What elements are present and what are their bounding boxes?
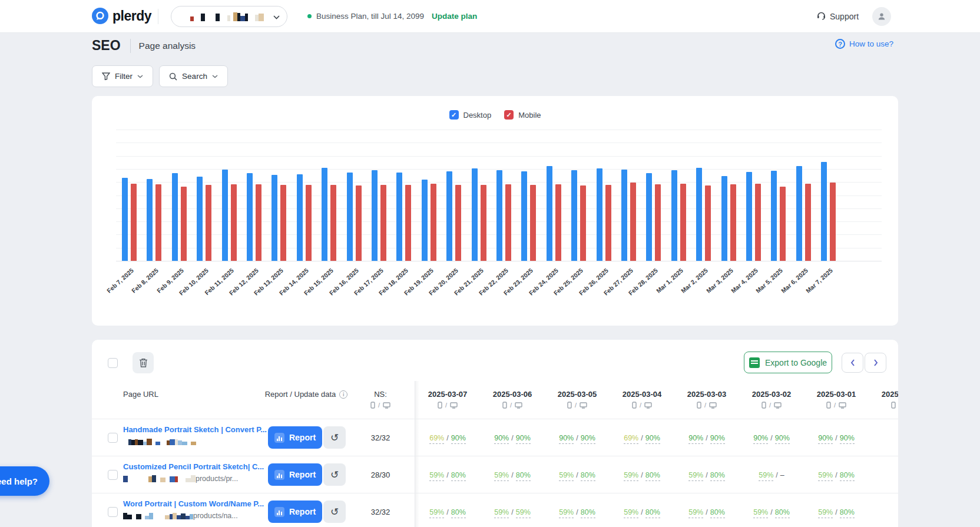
refresh-button[interactable]: ↺ (323, 501, 346, 523)
mobile-score-link[interactable]: 59% (429, 508, 444, 518)
refresh-button[interactable]: ↺ (323, 463, 346, 486)
desktop-score-link[interactable]: 80% (645, 471, 660, 481)
gridline (116, 261, 882, 261)
mobile-score-link[interactable]: 69% (429, 434, 444, 444)
mobile-score-link[interactable]: 90% (494, 434, 509, 444)
help-chat-bubble[interactable]: Need help? (0, 466, 49, 496)
mobile-score-link[interactable]: 90% (688, 434, 703, 444)
date-column-header: 2025-03-01/ (804, 390, 869, 409)
topbar-divider (158, 9, 158, 24)
desktop-score-link[interactable]: 80% (840, 471, 855, 481)
legend-mobile-label: Mobile (518, 111, 541, 120)
date-column-header: 2025-03-07/ (415, 390, 480, 409)
mobile-bar (431, 184, 436, 261)
desktop-score-link[interactable]: 80% (451, 471, 466, 481)
chevron-down-icon (273, 11, 280, 22)
mobile-score-link[interactable]: 90% (753, 434, 768, 444)
desktop-score-link[interactable]: 80% (840, 508, 855, 518)
desktop-score-link[interactable]: 80% (710, 471, 725, 481)
page-title-link[interactable]: Handmade Portrait Sketch | Convert P... (123, 425, 268, 434)
filter-funnel-icon (102, 72, 110, 80)
mobile-score-link[interactable]: 59% (818, 508, 833, 518)
desktop-bar (521, 171, 527, 261)
legend-mobile-checkbox[interactable]: ✓ Mobile (504, 110, 541, 120)
select-all-checkbox[interactable] (108, 358, 118, 368)
support-button[interactable]: Support (816, 11, 859, 22)
mobile-score-link[interactable]: 59% (759, 471, 773, 481)
search-button[interactable]: Search (159, 65, 228, 87)
page-url-redacted (123, 438, 201, 445)
mobile-bar (405, 185, 411, 261)
date-label: 2025-03-02 (739, 390, 804, 399)
delete-button[interactable] (133, 352, 154, 373)
desktop-score-link[interactable]: 90% (840, 434, 855, 444)
mobile-score-link[interactable]: 59% (688, 508, 703, 518)
desktop-bar (746, 172, 752, 261)
mobile-icon (826, 402, 831, 409)
row-checkbox[interactable] (108, 470, 118, 480)
metric-pair: 59%/80% (415, 471, 480, 479)
mobile-icon (632, 402, 637, 409)
pagination-prev-button[interactable] (842, 353, 863, 373)
page-title-link[interactable]: Customized Pencil Portrait Sketch| C... (123, 462, 268, 471)
refresh-button[interactable]: ↺ (323, 426, 346, 449)
report-button[interactable]: Report (268, 501, 322, 523)
mobile-score-link[interactable]: 69% (624, 434, 638, 444)
mobile-score-link[interactable]: 59% (559, 508, 574, 518)
mobile-score-link[interactable]: 59% (624, 508, 638, 518)
legend-desktop-checkbox[interactable]: ✓ Desktop (449, 110, 492, 120)
gridline (116, 130, 882, 130)
desktop-score-link[interactable]: 90% (516, 434, 531, 444)
report-button[interactable]: Report (268, 463, 322, 486)
row-checkbox[interactable] (108, 433, 118, 443)
mobile-score-link[interactable]: 59% (753, 508, 768, 518)
desktop-bar (446, 171, 452, 261)
mobile-score-link[interactable]: 90% (559, 434, 574, 444)
plerdy-logo-icon (92, 8, 108, 24)
mobile-score-link[interactable]: 59% (429, 471, 444, 481)
desktop-score-link[interactable]: 80% (581, 508, 595, 518)
desktop-score-link[interactable]: 80% (710, 508, 725, 518)
desktop-score-link[interactable]: 80% (516, 471, 531, 481)
how-to-use-link[interactable]: ? How to use? (835, 39, 893, 49)
row-checkbox[interactable] (108, 507, 118, 517)
page-title: SEO (92, 38, 121, 54)
mobile-score-link[interactable]: 59% (559, 471, 574, 481)
desktop-score-link[interactable]: 90% (451, 434, 466, 444)
mobile-score-link[interactable]: 90% (818, 434, 833, 444)
filter-button[interactable]: Filter (92, 65, 153, 87)
search-label: Search (182, 72, 207, 81)
desktop-score-link[interactable]: 90% (645, 434, 660, 444)
pagination-next-button[interactable] (865, 353, 886, 373)
desktop-score-link[interactable]: 80% (645, 508, 660, 518)
mobile-score-link[interactable]: 59% (494, 508, 509, 518)
mobile-score-link[interactable]: 59% (494, 471, 509, 481)
table-row: Customized Pencil Portrait Sketch| C...p… (92, 456, 898, 493)
metric-pair: 90%/90% (545, 434, 610, 442)
project-selector-dropdown[interactable] (171, 6, 287, 27)
desktop-bar (796, 166, 802, 261)
mobile-bar (206, 185, 211, 261)
page-title-link[interactable]: Word Portrait | Custom Word/Name P... (123, 499, 268, 508)
desktop-score-link[interactable]: 90% (581, 434, 595, 444)
update-plan-link[interactable]: Update plan (432, 12, 477, 21)
desktop-score-link[interactable]: 90% (710, 434, 725, 444)
metric-cells: 59%/80%59%/80%59%/80%59%/80%59%/80%59%/–… (415, 456, 869, 493)
report-button[interactable]: Report (268, 426, 322, 449)
user-avatar[interactable] (872, 7, 891, 26)
plerdy-logo[interactable]: plerdy (92, 8, 151, 24)
desktop-score-link[interactable]: 90% (775, 434, 790, 444)
desktop-score-link[interactable]: 59% (516, 508, 531, 518)
date-label: 2025-03-07 (415, 390, 480, 399)
export-to-google-button[interactable]: Export to Google (744, 352, 832, 373)
title-divider (130, 39, 131, 53)
desktop-score-link[interactable]: 80% (581, 471, 595, 481)
table-row: Handmade Portrait Sketch | Convert P...R… (92, 419, 898, 456)
mobile-score-link[interactable]: 59% (624, 471, 638, 481)
desktop-score-link[interactable]: 80% (775, 508, 790, 518)
date-label: 2025-03-06 (480, 390, 545, 399)
desktop-score-link[interactable]: 80% (451, 508, 466, 518)
mobile-score-link[interactable]: 59% (688, 471, 703, 481)
desktop-bar (571, 170, 577, 261)
mobile-score-link[interactable]: 59% (818, 471, 833, 481)
